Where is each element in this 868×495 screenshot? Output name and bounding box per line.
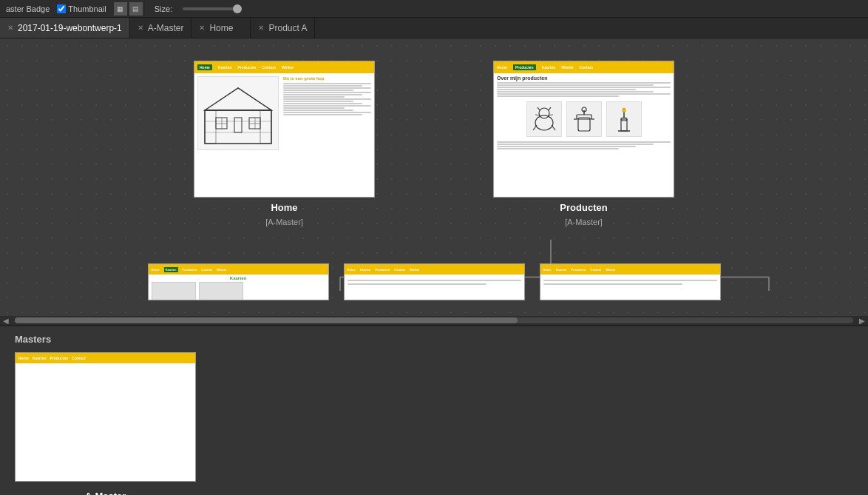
master-nav-kaarten: Kaarten <box>33 356 47 360</box>
line5 <box>283 92 371 93</box>
list-view-icon[interactable]: ▤ <box>129 2 143 16</box>
tab-product-a[interactable]: ✕ Product A <box>251 18 315 38</box>
tab-label-main-doc: 2017-01-19-webontwerp-1 <box>18 23 122 33</box>
kaarten-img1 <box>152 282 196 300</box>
sub2-thumbnail[interactable]: Home Kaarten Producten Contact Winkel <box>344 263 525 300</box>
scroll-left-arrow[interactable]: ◀ <box>3 317 9 325</box>
tab-close-product-a[interactable]: ✕ <box>258 24 264 32</box>
master-item-a: Home Kaarten Producten Contact A-Master <box>15 352 196 495</box>
a-master-thumbnail[interactable]: Home Kaarten Producten Contact <box>15 352 196 482</box>
line14 <box>283 112 371 113</box>
tab-close-main-doc[interactable]: ✕ <box>7 24 13 32</box>
line6 <box>283 94 362 95</box>
sub2-nav-contact: Contact <box>394 268 405 272</box>
pt6 <box>497 93 671 95</box>
home-text-lines <box>283 83 371 115</box>
scroll-thumb[interactable] <box>15 317 518 323</box>
line7 <box>283 96 345 98</box>
sub3-nav-contact: Contact <box>590 268 601 272</box>
sub3-l2 <box>543 283 682 285</box>
home-nav-kaarten: Kaarten <box>218 65 232 70</box>
masters-title: Masters <box>15 334 853 345</box>
svg-rect-15 <box>260 110 271 144</box>
pot-svg <box>569 104 599 134</box>
home-page-master: [A-Master] <box>265 218 303 226</box>
kaarten-thumbnail[interactable]: Home Kaarten Producten Contact Winkel Ka… <box>148 263 329 300</box>
svg-rect-7 <box>216 118 227 129</box>
home-thumb-text: Dit is een grote kop <box>283 76 371 150</box>
pt9 <box>497 144 654 145</box>
tabs-row: ✕ 2017-01-19-webontwerp-1 ✕ A-Master ✕ H… <box>0 18 868 38</box>
thumbnail-checkbox-label[interactable]: Thumbnail <box>57 4 106 13</box>
sub3-thumbnail[interactable]: Home Kaarten Producten Contact Winkel <box>540 263 721 300</box>
pot-image <box>566 101 602 137</box>
tab-main-doc[interactable]: ✕ 2017-01-19-webontwerp-1 <box>0 18 130 38</box>
page-item-kaarten: Home Kaarten Producten Contact Winkel Ka… <box>148 263 329 300</box>
tab-label-home: Home <box>209 23 233 33</box>
kaarten-nav-contact: Contact <box>201 268 212 272</box>
svg-rect-5 <box>205 110 271 144</box>
kaarten-nav-kaarten: Kaarten <box>164 267 178 272</box>
candle-image <box>606 101 642 137</box>
pt4 <box>497 89 636 90</box>
page-item-sub2: Home Kaarten Producten Contact Winkel <box>344 263 525 300</box>
masters-section: Masters Home Kaarten Producten Contact A… <box>0 325 868 495</box>
home-page-name: Home <box>271 202 297 213</box>
master-nav: Home Kaarten Producten Contact <box>16 353 195 363</box>
svg-rect-27 <box>577 115 591 119</box>
producten-text2 <box>497 141 671 149</box>
tab-close-home[interactable]: ✕ <box>199 24 205 32</box>
scroll-track <box>15 317 853 323</box>
line12 <box>283 107 345 109</box>
producten-page-name: Producten <box>560 202 607 213</box>
pt3 <box>497 87 671 88</box>
prod-nav-home: Home <box>497 65 507 70</box>
sub3-nav: Home Kaarten Producten Contact Winkel <box>540 264 720 275</box>
master-thumb-body <box>16 363 195 467</box>
size-slider[interactable] <box>183 7 242 10</box>
svg-rect-14 <box>205 110 216 144</box>
producten-thumbnail[interactable]: Home Producten Kaarten Winkel Contact Ov… <box>493 61 674 198</box>
tab-a-master[interactable]: ✕ A-Master <box>130 18 192 38</box>
cat-svg <box>529 104 559 134</box>
size-label: Size: <box>155 4 172 13</box>
kaarten-nav-prod: Producten <box>183 268 197 272</box>
page-item-sub3: Home Kaarten Producten Contact Winkel <box>540 263 721 300</box>
master-nav-home: Home <box>18 356 29 360</box>
home-thumb-nav: Home Kaarten Producten Contact Winkel <box>194 61 374 73</box>
line13 <box>283 110 353 111</box>
sub3-nav-prod: Producten <box>572 268 586 272</box>
grid-view-icon[interactable]: ▦ <box>114 2 127 16</box>
kaarten-nav-winkel: Winkel <box>217 268 226 272</box>
main-content: Home Kaarten Producten Contact Winkel <box>0 38 868 495</box>
sub2-nav-home: Home <box>347 268 356 272</box>
sub3-nav-winkel: Winkel <box>606 268 615 272</box>
grid-icons: ▦ ▤ <box>114 2 143 16</box>
line8 <box>283 98 371 100</box>
tab-home[interactable]: ✕ Home <box>191 18 251 38</box>
line1 <box>283 83 371 84</box>
page-item-producten: Home Producten Kaarten Winkel Contact Ov… <box>493 61 674 226</box>
sub3-l1 <box>543 280 717 281</box>
producten-thumb-nav: Home Producten Kaarten Winkel Contact <box>494 61 674 73</box>
page-item-home: Home Kaarten Producten Contact Winkel <box>194 61 375 226</box>
home-nav-winkel: Winkel <box>282 65 294 70</box>
masters-grid: Home Kaarten Producten Contact A-Master <box>15 352 853 495</box>
scroll-right-arrow[interactable]: ▶ <box>859 317 865 325</box>
candle-svg <box>609 104 639 134</box>
svg-point-19 <box>539 108 549 118</box>
svg-marker-6 <box>205 88 271 110</box>
producten-title: Over mijn producten <box>497 75 671 81</box>
home-thumbnail[interactable]: Home Kaarten Producten Contact Winkel <box>194 61 375 198</box>
toolbar: aster Badge Thumbnail ▦ ▤ Size: <box>0 0 868 18</box>
sub3-nav-kaarten: Kaarten <box>556 268 567 272</box>
tab-close-a-master[interactable]: ✕ <box>138 24 143 32</box>
pt1 <box>497 82 671 84</box>
tab-label-a-master: A-Master <box>148 23 184 33</box>
horizontal-scrollbar[interactable]: ◀ ▶ <box>0 316 868 325</box>
sub2-nav-kaarten: Kaarten <box>360 268 371 272</box>
sub2-l2 <box>347 283 486 285</box>
thumbnail-checkbox[interactable] <box>57 4 66 13</box>
sub2-nav: Home Kaarten Producten Contact Winkel <box>345 264 524 275</box>
svg-point-35 <box>623 108 625 112</box>
